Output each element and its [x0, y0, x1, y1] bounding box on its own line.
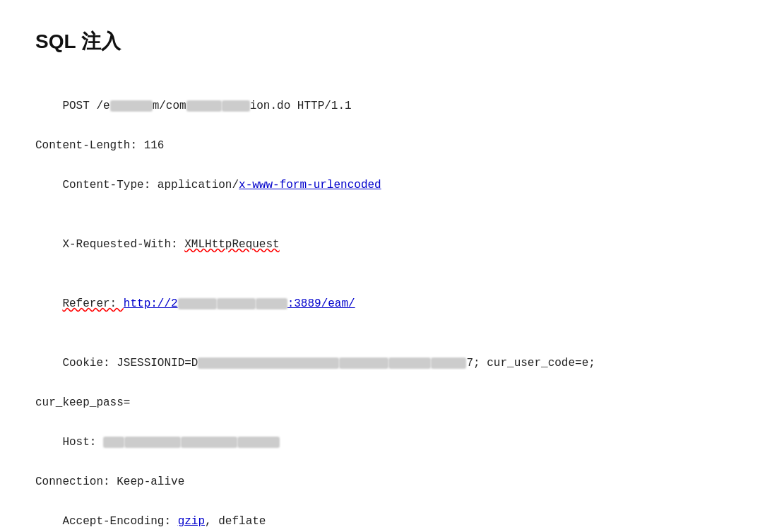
accept-encoding-label: Accept-Encoding: — [62, 515, 177, 528]
http-line-8: Host: — [35, 413, 725, 472]
gzip-value: gzip — [178, 515, 205, 528]
blur-13 — [181, 437, 237, 448]
blur-7 — [198, 357, 339, 369]
deflate-value: , deflate — [205, 515, 266, 528]
page-title: SQL 注入 — [35, 28, 725, 55]
blur-10 — [431, 357, 466, 369]
referer-value-start: http://2 — [124, 297, 178, 310]
referer-value-end: :3889/eam/ — [287, 297, 355, 310]
http-request-block: POST /e m/com ion.do HTTP/1.1 Content-Le… — [35, 76, 725, 532]
blur-1 — [110, 100, 153, 112]
blur-2 — [186, 100, 222, 112]
blur-3 — [222, 100, 250, 112]
http-line-7: cur_keep_pass= — [35, 393, 725, 413]
http-line-4: X-Requested-With: XMLHttpRequest — [35, 215, 725, 274]
blur-11 — [103, 437, 124, 448]
post-path-2: ion.do HTTP/1.1 — [250, 100, 352, 112]
x-requested-label: X-Requested-With: — [62, 238, 184, 251]
blur-12 — [124, 437, 181, 448]
http-line-6: Cookie: JSESSIONID=D 7; cur_user_code=e; — [35, 333, 725, 393]
post-method: POST /e — [62, 100, 109, 112]
blur-6 — [256, 298, 287, 309]
content-type-value: x-www-form-urlencoded — [239, 179, 381, 191]
host-label: Host: — [62, 436, 103, 449]
http-line-5: Referer: http://2 :3889/eam/ — [35, 274, 725, 333]
post-path-1: m/com — [153, 100, 186, 112]
http-line-3: Content-Type: application/x-www-form-url… — [35, 155, 725, 215]
http-line-1: POST /e m/com ion.do HTTP/1.1 — [35, 76, 725, 136]
http-line-9: Connection: Keep-alive — [35, 472, 725, 492]
referer-label: Referer: — [62, 297, 123, 310]
http-line-2: Content-Length: 116 — [35, 136, 725, 155]
http-line-10: Accept-Encoding: gzip, deflate — [35, 492, 725, 532]
x-requested-value: XMLHttpRequest — [184, 238, 279, 251]
blur-9 — [388, 357, 431, 369]
cookie-label: Cookie: JSESSIONID=D — [62, 357, 198, 370]
blur-8 — [339, 357, 388, 369]
blur-14 — [237, 437, 280, 448]
content-type-label: Content-Type: application/ — [62, 179, 239, 191]
blur-4 — [178, 298, 217, 309]
blur-5 — [217, 298, 256, 309]
cookie-suffix: 7; cur_user_code=e; — [466, 357, 595, 370]
